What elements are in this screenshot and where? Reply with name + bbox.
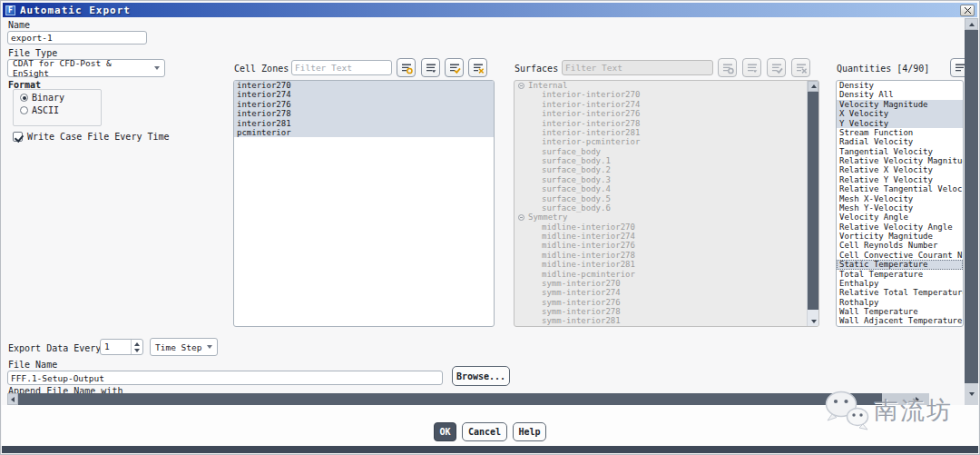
quantity-item[interactable]: Velocity Angle [837, 213, 963, 222]
file-name-input[interactable] [7, 371, 443, 385]
quantity-item[interactable]: Wall Temperature [837, 307, 963, 316]
surface-item[interactable]: symm-interior274 [514, 288, 818, 297]
write-case-label: Write Case File Every Time [27, 132, 170, 142]
surface-group-label: Symmetry [528, 213, 567, 223]
surface-group[interactable]: Symmetry [514, 213, 818, 222]
scroll-down-icon[interactable] [808, 315, 818, 326]
write-case-checkbox[interactable]: Write Case File Every Time [13, 132, 170, 142]
quantity-item[interactable]: Relative Y Velocity [837, 175, 963, 184]
stepper-down-icon[interactable] [132, 347, 142, 354]
filter-match-icon [721, 62, 734, 74]
file-type-dropdown[interactable]: CDAT for CFD-Post & EnSight [7, 59, 165, 77]
quantity-item[interactable]: Relative Velocity Angle [837, 223, 963, 232]
scrollbar-thumb[interactable] [808, 92, 818, 310]
quantities-list[interactable]: DensityDensity AllVelocity MagnitudeX Ve… [836, 80, 964, 327]
quantity-item[interactable]: Mesh X-Velocity [837, 194, 963, 203]
surface-item[interactable]: surface_body.6 [514, 203, 818, 213]
surface-item[interactable]: interior-interior270 [514, 90, 818, 99]
surface-item[interactable]: midline-pcminterior [514, 270, 818, 279]
vertical-scrollbar[interactable] [965, 18, 978, 405]
scrollbar-thumb[interactable] [18, 393, 882, 405]
scroll-up-icon[interactable] [965, 18, 978, 30]
surface-item[interactable]: midline-interior270 [514, 223, 818, 232]
surface-item[interactable]: surface_body [514, 147, 818, 156]
surface-item[interactable]: interior-interior278 [514, 119, 818, 128]
quantity-item[interactable]: Static Temperature [837, 260, 963, 269]
surface-group[interactable]: Internal [514, 81, 818, 90]
cell-zones-filter-options-button[interactable] [421, 58, 440, 77]
close-icon[interactable] [960, 5, 975, 16]
surface-item[interactable]: surface_body.2 [514, 165, 818, 174]
stepper-up-icon[interactable] [132, 340, 142, 347]
format-radio-binary[interactable]: Binary [14, 90, 101, 103]
ok-button[interactable]: OK [434, 422, 456, 441]
format-radio-ascii[interactable]: ASCII [14, 103, 101, 115]
surface-item[interactable]: surface_body.3 [514, 175, 818, 184]
quantity-item[interactable]: Relative X Velocity [837, 165, 963, 174]
quantity-item[interactable]: Tangential Velocity [837, 147, 963, 156]
cancel-button[interactable]: Cancel [462, 422, 507, 441]
cell-zone-item[interactable]: interior276 [234, 100, 494, 109]
browse-button[interactable]: Browse... [452, 366, 510, 386]
quantity-item[interactable]: Vorticity Magnitude [837, 232, 963, 241]
quantity-item[interactable]: Total Temperature [837, 270, 963, 279]
quantities-label: Quantities [4/90] [837, 64, 929, 74]
quantity-item[interactable]: Cell Convective Courant Number [837, 251, 963, 260]
cell-zone-item[interactable]: interior281 [234, 119, 494, 128]
surface-item[interactable]: midline-interior281 [514, 260, 818, 269]
surface-item[interactable]: symm-interior270 [514, 279, 818, 288]
horizontal-scrollbar[interactable] [7, 393, 929, 405]
quantity-item[interactable]: Radial Velocity [837, 137, 963, 146]
surface-item[interactable]: interior-interior281 [514, 128, 818, 137]
cell-zone-item[interactable]: interior278 [234, 109, 494, 118]
surfaces-scrollbar[interactable] [807, 81, 818, 326]
surface-item[interactable]: surface_body.1 [514, 156, 818, 165]
export-unit-dropdown[interactable]: Time Step [150, 338, 218, 356]
quantity-item[interactable]: X Velocity [837, 109, 963, 118]
scroll-up-icon[interactable] [808, 81, 818, 92]
quantity-item[interactable]: Wall Adjacent Temperature [837, 316, 963, 325]
surface-item[interactable]: surface_body.5 [514, 194, 818, 203]
quantity-item[interactable]: Rothalpy [837, 298, 963, 307]
quantity-item[interactable]: Cell Reynolds Number [837, 241, 963, 250]
surface-item[interactable]: midline-interior278 [514, 251, 818, 260]
quantity-item[interactable]: Density [837, 81, 963, 90]
help-button[interactable]: Help [513, 422, 546, 441]
surface-item[interactable]: interior-pcminterior [514, 137, 818, 146]
collapse-icon[interactable] [518, 83, 524, 89]
surface-item[interactable]: surface_body.4 [514, 184, 818, 193]
quantity-item[interactable]: Mesh Y-Velocity [837, 203, 963, 213]
scroll-down-icon[interactable] [965, 387, 978, 399]
collapse-icon[interactable] [518, 214, 524, 221]
surface-item[interactable]: midline-interior274 [514, 232, 818, 241]
cell-zones-filter-match-button[interactable] [397, 58, 416, 77]
cell-zones-list[interactable]: interior270interior274interior276interio… [233, 80, 495, 327]
automatic-export-dialog: F Automatic Export Name File Type CDAT f… [0, 0, 980, 455]
quantity-item[interactable]: Relative Velocity Magnitude [837, 156, 963, 165]
surface-item[interactable]: symm-interior281 [514, 316, 818, 325]
cell-zone-item[interactable]: interior274 [234, 90, 494, 99]
surface-item[interactable]: symm-interior278 [514, 307, 818, 316]
surface-item[interactable]: midline-interior276 [514, 241, 818, 250]
scroll-left-icon[interactable] [7, 393, 18, 405]
quantity-item[interactable]: Relative Total Temperature [837, 288, 963, 297]
cell-zone-item[interactable]: pcminterior [234, 128, 494, 137]
quantity-item[interactable]: Stream Function [837, 128, 963, 137]
quantity-item[interactable]: Velocity Magnitude [837, 100, 963, 109]
surface-item[interactable]: interior-interior276 [514, 109, 818, 118]
scrollbar-thumb[interactable] [965, 30, 978, 383]
surface-item[interactable]: interior-interior274 [514, 100, 818, 109]
name-input[interactable] [7, 31, 147, 45]
quantity-item[interactable]: Y Velocity [837, 119, 963, 128]
quantity-item[interactable]: Density All [837, 90, 963, 99]
cell-zones-select-all-button[interactable] [445, 58, 464, 77]
quantity-item[interactable]: Relative Tangential Velocity [837, 184, 963, 193]
export-interval-stepper[interactable]: 1 [100, 339, 143, 355]
surface-item[interactable]: symm-interior276 [514, 298, 818, 307]
cell-zone-item[interactable]: interior270 [234, 81, 494, 90]
cell-zones-filter-input[interactable] [291, 60, 392, 75]
radio-unchecked-icon [20, 106, 28, 114]
cell-zones-deselect-all-button[interactable] [468, 58, 487, 77]
quantity-item[interactable]: Enthalpy [837, 279, 963, 288]
fluent-app-icon: F [5, 5, 15, 15]
